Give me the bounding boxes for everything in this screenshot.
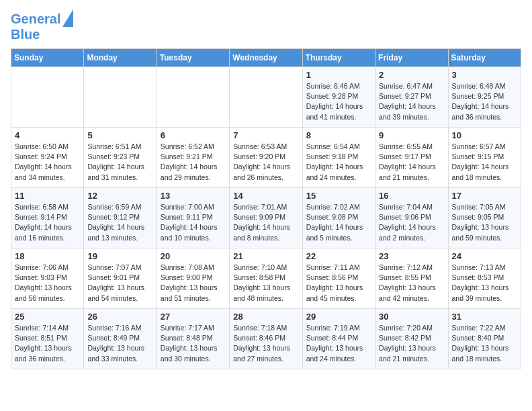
day-number: 25: [15, 312, 80, 322]
day-number: 2: [379, 70, 444, 80]
day-info: Sunrise: 6:50 AM Sunset: 9:24 PM Dayligh…: [15, 142, 80, 183]
header-monday: Monday: [84, 49, 157, 67]
day-number: 13: [161, 191, 226, 201]
calendar-cell: 24Sunrise: 7:13 AM Sunset: 8:53 PM Dayli…: [448, 248, 521, 309]
day-info: Sunrise: 6:46 AM Sunset: 9:28 PM Dayligh…: [306, 81, 371, 122]
calendar-cell: 30Sunrise: 7:20 AM Sunset: 8:42 PM Dayli…: [375, 309, 448, 369]
day-info: Sunrise: 7:12 AM Sunset: 8:55 PM Dayligh…: [379, 263, 444, 304]
calendar-cell: 18Sunrise: 7:06 AM Sunset: 9:03 PM Dayli…: [11, 248, 84, 309]
day-info: Sunrise: 7:16 AM Sunset: 8:49 PM Dayligh…: [87, 323, 152, 364]
day-info: Sunrise: 7:02 AM Sunset: 9:08 PM Dayligh…: [306, 202, 371, 243]
day-info: Sunrise: 6:52 AM Sunset: 9:21 PM Dayligh…: [161, 142, 226, 183]
calendar-cell: 11Sunrise: 6:58 AM Sunset: 9:14 PM Dayli…: [11, 188, 84, 248]
day-number: 5: [87, 130, 152, 140]
calendar-week-4: 18Sunrise: 7:06 AM Sunset: 9:03 PM Dayli…: [11, 248, 521, 309]
day-number: 6: [161, 130, 226, 140]
header-saturday: Saturday: [448, 49, 521, 67]
calendar-cell: 5Sunrise: 6:51 AM Sunset: 9:23 PM Daylig…: [84, 128, 157, 188]
calendar-cell: 15Sunrise: 7:02 AM Sunset: 9:08 PM Dayli…: [302, 188, 375, 248]
day-info: Sunrise: 7:14 AM Sunset: 8:51 PM Dayligh…: [15, 323, 80, 364]
day-info: Sunrise: 7:04 AM Sunset: 9:06 PM Dayligh…: [379, 202, 444, 243]
day-info: Sunrise: 7:13 AM Sunset: 8:53 PM Dayligh…: [452, 263, 517, 304]
calendar-cell: 26Sunrise: 7:16 AM Sunset: 8:49 PM Dayli…: [84, 309, 157, 369]
day-info: Sunrise: 7:20 AM Sunset: 8:42 PM Dayligh…: [379, 323, 444, 364]
calendar-header: SundayMondayTuesdayWednesdayThursdayFrid…: [11, 49, 521, 67]
calendar-cell: [11, 67, 84, 128]
day-info: Sunrise: 6:57 AM Sunset: 9:15 PM Dayligh…: [452, 142, 517, 183]
calendar-week-3: 11Sunrise: 6:58 AM Sunset: 9:14 PM Dayli…: [11, 188, 521, 248]
calendar-cell: 1Sunrise: 6:46 AM Sunset: 9:28 PM Daylig…: [302, 67, 375, 128]
logo-triangle-icon: [62, 9, 73, 27]
day-info: Sunrise: 7:11 AM Sunset: 8:56 PM Dayligh…: [306, 263, 371, 304]
calendar-cell: [84, 67, 157, 128]
calendar-cell: 29Sunrise: 7:19 AM Sunset: 8:44 PM Dayli…: [302, 309, 375, 369]
calendar-cell: 13Sunrise: 7:00 AM Sunset: 9:11 PM Dayli…: [157, 188, 229, 248]
day-number: 11: [15, 191, 80, 201]
day-number: 18: [15, 251, 80, 261]
day-info: Sunrise: 7:01 AM Sunset: 9:09 PM Dayligh…: [233, 202, 298, 243]
day-number: 1: [306, 70, 371, 80]
calendar-cell: 3Sunrise: 6:48 AM Sunset: 9:25 PM Daylig…: [448, 67, 521, 128]
day-info: Sunrise: 6:51 AM Sunset: 9:23 PM Dayligh…: [87, 142, 152, 183]
calendar-week-2: 4Sunrise: 6:50 AM Sunset: 9:24 PM Daylig…: [11, 128, 521, 188]
day-number: 21: [233, 251, 298, 261]
day-info: Sunrise: 6:48 AM Sunset: 9:25 PM Dayligh…: [452, 81, 517, 122]
day-info: Sunrise: 7:06 AM Sunset: 9:03 PM Dayligh…: [15, 263, 80, 304]
day-number: 16: [379, 191, 444, 201]
calendar-cell: 25Sunrise: 7:14 AM Sunset: 8:51 PM Dayli…: [11, 309, 84, 369]
calendar-cell: 16Sunrise: 7:04 AM Sunset: 9:06 PM Dayli…: [375, 188, 448, 248]
day-number: 22: [306, 251, 371, 261]
day-number: 14: [233, 191, 298, 201]
calendar-cell: 27Sunrise: 7:17 AM Sunset: 8:48 PM Dayli…: [157, 309, 229, 369]
day-info: Sunrise: 7:10 AM Sunset: 8:58 PM Dayligh…: [233, 263, 298, 304]
day-number: 15: [306, 191, 371, 201]
day-number: 31: [452, 312, 517, 322]
header-friday: Friday: [375, 49, 448, 67]
day-info: Sunrise: 7:18 AM Sunset: 8:46 PM Dayligh…: [233, 323, 298, 364]
day-number: 17: [452, 191, 517, 201]
day-info: Sunrise: 6:53 AM Sunset: 9:20 PM Dayligh…: [233, 142, 298, 183]
day-number: 27: [161, 312, 226, 322]
day-info: Sunrise: 6:59 AM Sunset: 9:12 PM Dayligh…: [87, 202, 152, 243]
day-number: 12: [87, 191, 152, 201]
day-number: 20: [161, 251, 226, 261]
page-header: General Blue: [11, 11, 521, 42]
calendar-cell: 22Sunrise: 7:11 AM Sunset: 8:56 PM Dayli…: [302, 248, 375, 309]
calendar-week-5: 25Sunrise: 7:14 AM Sunset: 8:51 PM Dayli…: [11, 309, 521, 369]
calendar-cell: 7Sunrise: 6:53 AM Sunset: 9:20 PM Daylig…: [230, 128, 302, 188]
day-info: Sunrise: 7:00 AM Sunset: 9:11 PM Dayligh…: [161, 202, 226, 243]
calendar-cell: 10Sunrise: 6:57 AM Sunset: 9:15 PM Dayli…: [448, 128, 521, 188]
day-number: 9: [379, 130, 444, 140]
calendar-cell: [230, 67, 302, 128]
day-info: Sunrise: 6:54 AM Sunset: 9:18 PM Dayligh…: [306, 142, 371, 183]
day-number: 8: [306, 130, 371, 140]
day-info: Sunrise: 7:17 AM Sunset: 8:48 PM Dayligh…: [161, 323, 226, 364]
calendar-cell: 23Sunrise: 7:12 AM Sunset: 8:55 PM Dayli…: [375, 248, 448, 309]
header-wednesday: Wednesday: [230, 49, 302, 67]
calendar-cell: 21Sunrise: 7:10 AM Sunset: 8:58 PM Dayli…: [230, 248, 302, 309]
day-number: 4: [15, 130, 80, 140]
calendar-cell: 12Sunrise: 6:59 AM Sunset: 9:12 PM Dayli…: [84, 188, 157, 248]
day-number: 3: [452, 70, 517, 80]
day-info: Sunrise: 7:07 AM Sunset: 9:01 PM Dayligh…: [87, 263, 152, 304]
logo: General Blue: [11, 11, 73, 42]
calendar-cell: 2Sunrise: 6:47 AM Sunset: 9:27 PM Daylig…: [375, 67, 448, 128]
day-number: 19: [87, 251, 152, 261]
calendar-cell: 9Sunrise: 6:55 AM Sunset: 9:17 PM Daylig…: [375, 128, 448, 188]
calendar-week-1: 1Sunrise: 6:46 AM Sunset: 9:28 PM Daylig…: [11, 67, 521, 128]
day-info: Sunrise: 7:05 AM Sunset: 9:05 PM Dayligh…: [452, 202, 517, 243]
calendar-cell: 4Sunrise: 6:50 AM Sunset: 9:24 PM Daylig…: [11, 128, 84, 188]
day-info: Sunrise: 6:55 AM Sunset: 9:17 PM Dayligh…: [379, 142, 444, 183]
logo-text-blue: Blue: [11, 27, 73, 42]
calendar-cell: 6Sunrise: 6:52 AM Sunset: 9:21 PM Daylig…: [157, 128, 229, 188]
day-number: 7: [233, 130, 298, 140]
header-row: SundayMondayTuesdayWednesdayThursdayFrid…: [11, 49, 521, 67]
calendar-cell: 19Sunrise: 7:07 AM Sunset: 9:01 PM Dayli…: [84, 248, 157, 309]
day-info: Sunrise: 7:22 AM Sunset: 8:40 PM Dayligh…: [452, 323, 517, 364]
day-number: 23: [379, 251, 444, 261]
calendar-body: 1Sunrise: 6:46 AM Sunset: 9:28 PM Daylig…: [11, 67, 521, 369]
day-info: Sunrise: 7:08 AM Sunset: 9:00 PM Dayligh…: [161, 263, 226, 304]
day-number: 29: [306, 312, 371, 322]
calendar-table: SundayMondayTuesdayWednesdayThursdayFrid…: [11, 48, 521, 369]
day-number: 10: [452, 130, 517, 140]
